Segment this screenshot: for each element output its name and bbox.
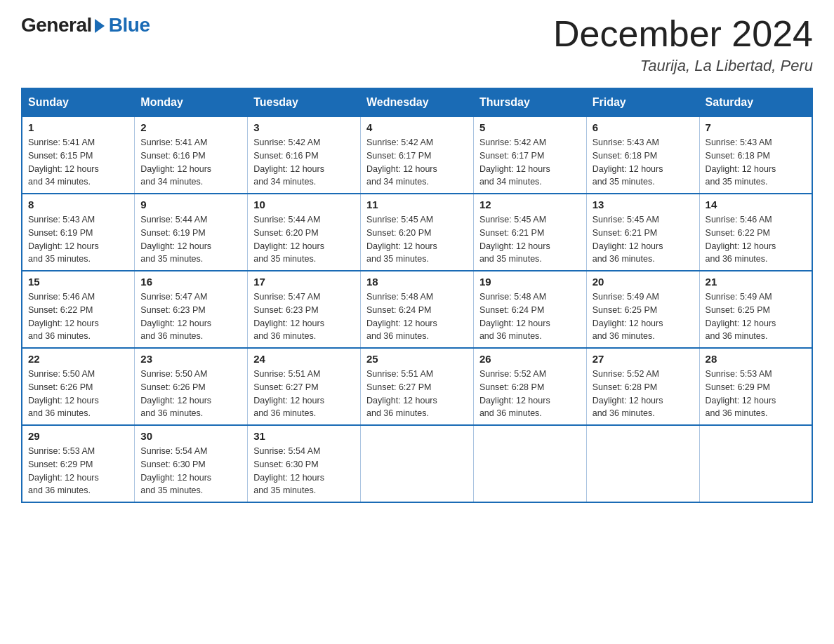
calendar-cell: 1Sunrise: 5:41 AM Sunset: 6:15 PM Daylig…	[22, 116, 135, 194]
day-number: 30	[140, 430, 241, 442]
calendar-week-row: 29Sunrise: 5:53 AM Sunset: 6:29 PM Dayli…	[22, 425, 812, 502]
day-number: 9	[140, 199, 241, 210]
calendar-cell: 22Sunrise: 5:50 AM Sunset: 6:26 PM Dayli…	[22, 348, 135, 425]
day-number: 5	[479, 121, 581, 133]
day-info: Sunrise: 5:51 AM Sunset: 6:27 PM Dayligh…	[366, 368, 468, 420]
calendar-cell: 19Sunrise: 5:48 AM Sunset: 6:24 PM Dayli…	[473, 271, 586, 348]
title-area: December 2024 Taurija, La Libertad, Peru	[553, 14, 813, 75]
calendar-cell: 10Sunrise: 5:44 AM Sunset: 6:20 PM Dayli…	[248, 194, 361, 271]
day-number: 15	[28, 276, 128, 288]
day-info: Sunrise: 5:46 AM Sunset: 6:22 PM Dayligh…	[28, 290, 128, 343]
day-number: 26	[479, 353, 581, 365]
day-info: Sunrise: 5:41 AM Sunset: 6:16 PM Dayligh…	[140, 136, 241, 189]
calendar-cell: 14Sunrise: 5:46 AM Sunset: 6:22 PM Dayli…	[699, 194, 812, 271]
day-number: 7	[706, 121, 806, 133]
day-number: 22	[28, 353, 128, 365]
day-number: 31	[253, 430, 355, 442]
calendar-cell: 9Sunrise: 5:44 AM Sunset: 6:19 PM Daylig…	[135, 194, 248, 271]
day-info: Sunrise: 5:45 AM Sunset: 6:21 PM Dayligh…	[479, 213, 581, 266]
day-number: 29	[28, 430, 128, 442]
calendar-cell: 7Sunrise: 5:43 AM Sunset: 6:18 PM Daylig…	[699, 116, 812, 194]
calendar-cell: 12Sunrise: 5:45 AM Sunset: 6:21 PM Dayli…	[473, 194, 586, 271]
day-info: Sunrise: 5:54 AM Sunset: 6:30 PM Dayligh…	[140, 445, 241, 497]
calendar-cell: 28Sunrise: 5:53 AM Sunset: 6:29 PM Dayli…	[699, 348, 812, 425]
day-number: 13	[593, 199, 694, 210]
calendar-cell: 26Sunrise: 5:52 AM Sunset: 6:28 PM Dayli…	[473, 348, 586, 425]
logo: General Blue	[21, 14, 150, 36]
day-info: Sunrise: 5:44 AM Sunset: 6:19 PM Dayligh…	[140, 213, 241, 266]
calendar-cell: 20Sunrise: 5:49 AM Sunset: 6:25 PM Dayli…	[586, 271, 699, 348]
day-number: 4	[366, 121, 468, 133]
day-number: 16	[140, 276, 241, 288]
header-sunday: Sunday	[22, 88, 135, 116]
day-info: Sunrise: 5:45 AM Sunset: 6:21 PM Dayligh…	[593, 213, 694, 266]
day-info: Sunrise: 5:54 AM Sunset: 6:30 PM Dayligh…	[253, 445, 355, 497]
day-info: Sunrise: 5:51 AM Sunset: 6:27 PM Dayligh…	[253, 368, 355, 420]
day-number: 23	[140, 353, 241, 365]
calendar-cell: 29Sunrise: 5:53 AM Sunset: 6:29 PM Dayli…	[22, 425, 135, 502]
logo-general-text: General	[21, 14, 92, 36]
day-number: 19	[479, 276, 581, 288]
calendar-table: SundayMondayTuesdayWednesdayThursdayFrid…	[21, 88, 813, 503]
day-info: Sunrise: 5:49 AM Sunset: 6:25 PM Dayligh…	[706, 290, 806, 343]
location-subtitle: Taurija, La Libertad, Peru	[553, 57, 813, 75]
day-number: 24	[253, 353, 355, 365]
day-info: Sunrise: 5:47 AM Sunset: 6:23 PM Dayligh…	[140, 290, 241, 343]
header-wednesday: Wednesday	[361, 88, 474, 116]
header-saturday: Saturday	[699, 88, 812, 116]
calendar-cell: 8Sunrise: 5:43 AM Sunset: 6:19 PM Daylig…	[22, 194, 135, 271]
day-number: 3	[253, 121, 355, 133]
calendar-cell: 30Sunrise: 5:54 AM Sunset: 6:30 PM Dayli…	[135, 425, 248, 502]
calendar-header-row: SundayMondayTuesdayWednesdayThursdayFrid…	[22, 88, 812, 116]
calendar-cell: 6Sunrise: 5:43 AM Sunset: 6:18 PM Daylig…	[586, 116, 699, 194]
day-number: 6	[593, 121, 694, 133]
day-info: Sunrise: 5:50 AM Sunset: 6:26 PM Dayligh…	[28, 368, 128, 420]
day-number: 18	[366, 276, 468, 288]
day-number: 14	[706, 199, 806, 210]
day-number: 1	[28, 121, 128, 133]
day-info: Sunrise: 5:53 AM Sunset: 6:29 PM Dayligh…	[706, 368, 806, 420]
day-info: Sunrise: 5:44 AM Sunset: 6:20 PM Dayligh…	[253, 213, 355, 266]
day-info: Sunrise: 5:48 AM Sunset: 6:24 PM Dayligh…	[479, 290, 581, 343]
calendar-cell: 3Sunrise: 5:42 AM Sunset: 6:16 PM Daylig…	[248, 116, 361, 194]
day-info: Sunrise: 5:43 AM Sunset: 6:18 PM Dayligh…	[593, 136, 694, 189]
calendar-cell	[473, 425, 586, 502]
calendar-cell: 25Sunrise: 5:51 AM Sunset: 6:27 PM Dayli…	[361, 348, 474, 425]
calendar-cell	[699, 425, 812, 502]
calendar-cell: 24Sunrise: 5:51 AM Sunset: 6:27 PM Dayli…	[248, 348, 361, 425]
logo-blue-text: Blue	[109, 14, 150, 36]
day-number: 27	[593, 353, 694, 365]
calendar-week-row: 22Sunrise: 5:50 AM Sunset: 6:26 PM Dayli…	[22, 348, 812, 425]
calendar-cell: 5Sunrise: 5:42 AM Sunset: 6:17 PM Daylig…	[473, 116, 586, 194]
day-info: Sunrise: 5:45 AM Sunset: 6:20 PM Dayligh…	[366, 213, 468, 266]
calendar-cell: 2Sunrise: 5:41 AM Sunset: 6:16 PM Daylig…	[135, 116, 248, 194]
day-number: 25	[366, 353, 468, 365]
month-title: December 2024	[553, 14, 813, 54]
day-info: Sunrise: 5:52 AM Sunset: 6:28 PM Dayligh…	[479, 368, 581, 420]
calendar-cell: 15Sunrise: 5:46 AM Sunset: 6:22 PM Dayli…	[22, 271, 135, 348]
day-info: Sunrise: 5:52 AM Sunset: 6:28 PM Dayligh…	[593, 368, 694, 420]
day-info: Sunrise: 5:50 AM Sunset: 6:26 PM Dayligh…	[140, 368, 241, 420]
day-info: Sunrise: 5:48 AM Sunset: 6:24 PM Dayligh…	[366, 290, 468, 343]
page-header: General Blue December 2024 Taurija, La L…	[21, 14, 813, 75]
day-info: Sunrise: 5:43 AM Sunset: 6:19 PM Dayligh…	[28, 213, 128, 266]
day-info: Sunrise: 5:42 AM Sunset: 6:16 PM Dayligh…	[253, 136, 355, 189]
day-number: 2	[140, 121, 241, 133]
day-number: 21	[706, 276, 806, 288]
day-info: Sunrise: 5:42 AM Sunset: 6:17 PM Dayligh…	[479, 136, 581, 189]
calendar-cell: 31Sunrise: 5:54 AM Sunset: 6:30 PM Dayli…	[248, 425, 361, 502]
calendar-cell	[586, 425, 699, 502]
day-number: 11	[366, 199, 468, 210]
header-friday: Friday	[586, 88, 699, 116]
day-number: 17	[253, 276, 355, 288]
day-info: Sunrise: 5:41 AM Sunset: 6:15 PM Dayligh…	[28, 136, 128, 189]
header-thursday: Thursday	[473, 88, 586, 116]
calendar-cell: 23Sunrise: 5:50 AM Sunset: 6:26 PM Dayli…	[135, 348, 248, 425]
calendar-week-row: 1Sunrise: 5:41 AM Sunset: 6:15 PM Daylig…	[22, 116, 812, 194]
day-info: Sunrise: 5:46 AM Sunset: 6:22 PM Dayligh…	[706, 213, 806, 266]
calendar-cell: 4Sunrise: 5:42 AM Sunset: 6:17 PM Daylig…	[361, 116, 474, 194]
logo-arrow-icon	[95, 19, 105, 33]
day-number: 10	[253, 199, 355, 210]
calendar-cell: 27Sunrise: 5:52 AM Sunset: 6:28 PM Dayli…	[586, 348, 699, 425]
day-number: 20	[593, 276, 694, 288]
